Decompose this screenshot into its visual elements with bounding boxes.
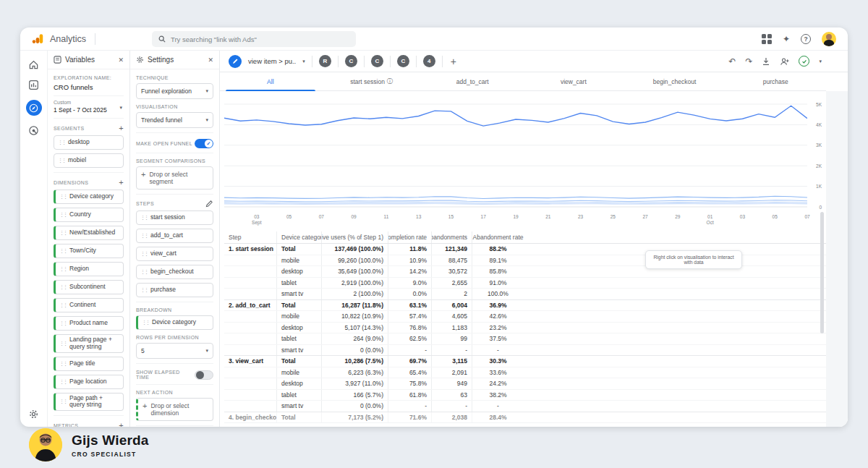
funnel-tab-start-session[interactable]: start sessionⓘ (321, 72, 422, 90)
exploration-name-value[interactable]: CRO funnels (54, 83, 124, 91)
series-start-session (224, 106, 807, 126)
x-tick-line: 25 (610, 214, 616, 220)
analytics-window: Analytics Try searching "link with Ads" … (20, 27, 848, 427)
table-row[interactable]: 3. view_cartTotal10,286 (7.5%)69.7%3,115… (224, 356, 826, 367)
close-variables-icon[interactable]: ✕ (118, 56, 124, 64)
edit-tab-icon[interactable] (229, 55, 242, 68)
table-row[interactable]: 4. begin_checkoutTotal7,173 (5.2%)71.6%2… (224, 412, 826, 424)
chevron-down-icon: ▾ (205, 348, 208, 354)
apps-grid-icon[interactable] (762, 34, 772, 44)
funnel-step-chip[interactable]: ⋮⋮begin_checkout (136, 265, 213, 279)
help-icon[interactable]: ? (801, 34, 811, 44)
chevron-down-icon[interactable]: ▾ (819, 59, 822, 64)
redo-icon[interactable]: ↷ (745, 57, 752, 66)
x-axis-tick-label: 05 (773, 214, 778, 220)
rows-per-dimension-select[interactable]: 5 ▾ (136, 343, 213, 359)
advertising-icon[interactable] (28, 125, 39, 136)
device-cell: Total (276, 300, 321, 311)
exploration-tab-c-1[interactable]: C (345, 55, 357, 67)
table-row[interactable]: smart tv0 (0.0%)--- (224, 401, 826, 412)
admin-gear-icon[interactable] (28, 409, 39, 420)
breakdown-chip[interactable]: ⋮⋮ Device category (136, 315, 213, 330)
table-row[interactable]: smart tv2 (100.0%)0.0%2100.0% (224, 289, 826, 300)
exploration-tab-r-0[interactable]: R (319, 55, 331, 67)
exploration-tab-c-3[interactable]: C (397, 55, 409, 67)
table-row[interactable]: tablet166 (5.7%)61.8%6338.2% (224, 390, 826, 401)
dimension-chip[interactable]: ⋮⋮Country (54, 208, 124, 222)
close-settings-icon[interactable]: ✕ (208, 56, 213, 64)
visualisation-select[interactable]: Trended funnel ▾ (136, 112, 213, 128)
add-dimension-button[interactable]: + (119, 178, 124, 187)
segment-chip[interactable]: ⋮⋮desktop (54, 135, 124, 150)
data-quality-icon[interactable] (799, 56, 809, 67)
reports-icon[interactable] (28, 80, 39, 90)
chart-plot-area[interactable] (224, 98, 807, 213)
table-row[interactable]: desktop5,107 (14.3%)76.8%1,18323.2% (224, 323, 826, 334)
completion-rate-cell: 10.9% (388, 255, 431, 266)
download-icon[interactable] (762, 57, 770, 66)
brand-name: Analytics (50, 34, 86, 44)
funnel-step-chip[interactable]: ⋮⋮view_cart (136, 247, 213, 261)
add-metric-button[interactable]: + (119, 421, 124, 427)
funnel-step-chip[interactable]: ⋮⋮start session (136, 210, 213, 225)
table-row[interactable]: tablet264 (9.0%)62.5%9937.5% (224, 333, 826, 345)
share-user-icon[interactable] (780, 57, 789, 66)
variables-icon (54, 56, 61, 64)
segment-chip[interactable]: ⋮⋮mobiel (54, 153, 124, 168)
table-row[interactable]: desktop3,927 (11.0%)75.8%94924.2% (224, 378, 826, 390)
completion-rate-cell: 69.7% (388, 356, 431, 367)
dimension-chip[interactable]: ⋮⋮Continent (54, 298, 124, 312)
date-range-picker[interactable]: Custom 1 Sept - 7 Oct 2025 ▾ (54, 95, 124, 114)
home-icon[interactable] (28, 59, 39, 70)
dimension-chip[interactable]: ⋮⋮Page path + query string (54, 393, 124, 412)
user-avatar[interactable] (822, 32, 836, 46)
dimension-chip[interactable]: ⋮⋮Product name (54, 316, 124, 331)
trended-funnel-chart[interactable]: 01K2K3K4K5K (224, 98, 826, 213)
funnel-tab-purchase[interactable]: purchase (725, 72, 826, 90)
dimension-chip[interactable]: ⋮⋮Page title (54, 357, 124, 371)
funnel-tab-all[interactable]: All (220, 72, 321, 90)
chevron-down-icon[interactable]: ▾ (302, 59, 305, 64)
table-row[interactable]: mobile6,223 (6.3%)65.4%2,09133.6% (224, 367, 826, 379)
exploration-tab-4-4[interactable]: 4 (423, 55, 435, 67)
table-row[interactable]: mobile10,822 (10.9%)57.4%4,60542.6% (224, 311, 826, 323)
analytics-logo-icon[interactable] (32, 33, 44, 45)
show-elapsed-time-toggle[interactable] (195, 370, 213, 380)
edit-steps-pencil-icon[interactable] (205, 200, 213, 208)
dimension-chip[interactable]: ⋮⋮Town/City (54, 244, 124, 258)
table-row[interactable]: tablet2,919 (100.0%)9.0%2,65591.0% (224, 278, 826, 289)
explore-icon[interactable] (26, 100, 42, 116)
step-cell (224, 255, 276, 266)
search-input[interactable]: Try searching "link with Ads" (152, 31, 356, 47)
divider (338, 56, 339, 67)
segment-comparisons-dropzone[interactable]: + Drop or select segment (136, 166, 213, 190)
funnel-step-chip[interactable]: ⋮⋮purchase (136, 283, 213, 297)
make-open-funnel-toggle[interactable]: ✓ (195, 139, 213, 148)
x-axis-tick-label: 03Sept (252, 214, 261, 226)
table-row[interactable]: smart tv0 (0.0%)--- (224, 345, 826, 357)
funnel-tab-view-cart[interactable]: view_cart (523, 72, 624, 90)
undo-icon[interactable]: ↶ (728, 57, 736, 66)
next-action-dropzone[interactable]: + Drop or select dimension (136, 398, 213, 421)
insights-sparkle-icon[interactable]: ✦ (783, 34, 790, 44)
dimension-chip[interactable]: ⋮⋮Subcontinent (54, 280, 124, 294)
drag-handle-icon: ⋮⋮ (140, 215, 148, 221)
abandonments-cell: 1,183 (431, 323, 472, 333)
dimension-chip[interactable]: ⋮⋮Region (54, 262, 124, 276)
vertical-scrollbar[interactable] (820, 212, 824, 333)
x-axis-tick-label: 17 (481, 214, 486, 220)
add-tab-button[interactable]: + (451, 56, 456, 67)
dimension-chip[interactable]: ⋮⋮Device category (54, 190, 124, 204)
active-tab-name[interactable]: view item > pu.. (248, 57, 296, 65)
funnel-tab-add-to-cart[interactable]: add_to_cart (422, 72, 523, 90)
funnel-tab-begin-checkout[interactable]: begin_checkout (624, 72, 726, 90)
dimension-chip[interactable]: ⋮⋮Landing page + query string (54, 334, 124, 353)
add-segment-button[interactable]: + (119, 124, 124, 132)
dimension-chip[interactable]: ⋮⋮Page location (54, 375, 124, 389)
exploration-tab-c-2[interactable]: C (371, 55, 383, 67)
funnel-step-chip[interactable]: ⋮⋮add_to_cart (136, 229, 213, 243)
dimension-chip[interactable]: ⋮⋮New/Established (54, 226, 124, 240)
technique-select[interactable]: Funnel exploration ▾ (136, 83, 213, 99)
variables-panel: Variables ✕ EXPLORATION NAME: CRO funnel… (48, 51, 130, 427)
table-row[interactable]: 2. add_to_cartTotal16,287 (11.8%)63.1%6,… (224, 300, 826, 312)
